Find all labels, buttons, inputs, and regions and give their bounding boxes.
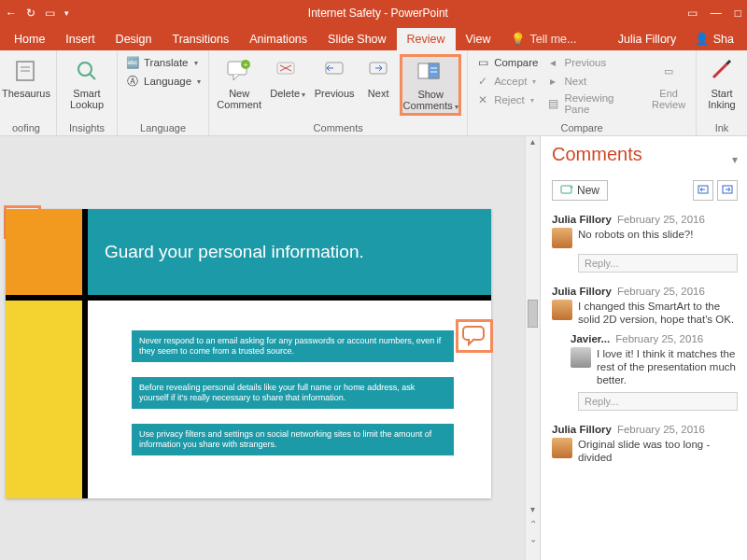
- reject-button[interactable]: ✕Reject: [473, 91, 540, 108]
- ribbon-tabs: Home Insert Design Transitions Animation…: [0, 26, 747, 50]
- accept-button[interactable]: ✓Accept: [473, 73, 540, 90]
- svg-rect-18: [463, 327, 484, 340]
- reply-input[interactable]: Reply...: [578, 254, 738, 273]
- vertical-scrollbar[interactable]: ▴ ▾ ⌃ ⌄: [525, 136, 540, 560]
- comment-thread[interactable]: Julia FilloryFebruary 25, 2016 Original …: [552, 424, 738, 464]
- comment-author: Julia Fillory: [552, 424, 612, 435]
- window-title: Internet Safety - PowerPoint: [69, 7, 687, 20]
- svg-text:+: +: [570, 185, 573, 190]
- group-ink: Ink: [702, 120, 741, 133]
- ribbon-display-icon[interactable]: ▭: [687, 7, 698, 20]
- comment-date: February 25, 2016: [617, 424, 705, 435]
- comment-text: No robots on this slide?!: [578, 228, 738, 248]
- tab-transitions[interactable]: Transitions: [162, 28, 240, 50]
- comment-thread[interactable]: Julia FilloryFebruary 25, 2016 No robots…: [552, 214, 738, 273]
- share-button[interactable]: 👤 Sha: [685, 27, 743, 50]
- next-comment-icon: [363, 56, 393, 86]
- new-comment-button[interactable]: + New Comment: [215, 54, 263, 110]
- slide-title: Guard your personal information.: [88, 209, 491, 295]
- compare-previous-button[interactable]: ◂Previous: [543, 54, 643, 71]
- comments-prev-button[interactable]: [693, 180, 713, 201]
- comment-text: I changed this SmartArt to the solid 2D …: [578, 300, 738, 326]
- thesaurus-button[interactable]: Thesaurus: [2, 54, 50, 99]
- svg-rect-14: [429, 63, 439, 78]
- svg-line-4: [90, 74, 95, 79]
- redo-icon[interactable]: ↻: [26, 7, 35, 20]
- slide-yellow-block: [6, 301, 82, 498]
- comment-author: Julia Fillory: [552, 286, 612, 297]
- slide-editor[interactable]: Guard your personal information. Never r…: [0, 136, 525, 560]
- compare-button[interactable]: ▭Compare: [473, 54, 540, 71]
- new-comment-small-icon: +: [560, 185, 573, 196]
- group-compare: Compare: [473, 120, 690, 133]
- reviewing-pane-icon: ▤: [545, 96, 560, 111]
- delete-comment-button[interactable]: Delete: [267, 54, 308, 101]
- start-inking-button[interactable]: Start Inking: [702, 54, 741, 110]
- tab-review[interactable]: Review: [397, 28, 456, 50]
- comment-author: Julia Fillory: [552, 214, 612, 225]
- next-change-icon: ▸: [545, 74, 560, 89]
- previous-comment-button[interactable]: Previous: [312, 54, 357, 99]
- previous-comment-icon: [319, 56, 349, 86]
- comment-author: Javier...: [571, 333, 610, 344]
- language-icon: Ⓐ: [125, 74, 140, 89]
- comment-thread[interactable]: Julia FilloryFebruary 25, 2016 I changed…: [552, 286, 738, 411]
- slide-bullet-1: Never respond to an email asking for any…: [132, 330, 454, 362]
- accept-icon: ✓: [475, 74, 490, 89]
- reply-input[interactable]: Reply...: [578, 392, 738, 411]
- group-insights: Insights: [63, 120, 111, 133]
- language-button[interactable]: ⒶLanguage: [123, 73, 203, 90]
- thesaurus-icon: [11, 56, 41, 86]
- new-comment-pane-button[interactable]: + New: [552, 180, 608, 201]
- next-slide-icon[interactable]: ⌄: [526, 534, 540, 549]
- prev-change-icon: ◂: [545, 55, 560, 70]
- slide[interactable]: Guard your personal information. Never r…: [6, 209, 491, 498]
- tell-me[interactable]: 💡Tell me...: [500, 27, 586, 50]
- minimize-icon[interactable]: —: [711, 7, 722, 20]
- back-icon[interactable]: ←: [6, 7, 17, 20]
- comment-text: I love it! I think it matches the rest o…: [597, 347, 738, 386]
- smart-lookup-button[interactable]: Smart Lookup: [63, 54, 111, 110]
- group-comments: Comments: [215, 120, 461, 133]
- comment-date: February 25, 2016: [617, 286, 705, 297]
- compare-icon: ▭: [475, 55, 490, 70]
- group-proofing: oofing: [2, 120, 50, 133]
- ribbon: Thesaurus oofing Smart Lookup Insights 🔤…: [0, 50, 747, 136]
- prev-slide-icon[interactable]: ⌃: [526, 519, 540, 534]
- end-review-button[interactable]: ▭ End Review: [647, 54, 690, 110]
- tab-slideshow[interactable]: Slide Show: [317, 28, 397, 50]
- tab-view[interactable]: View: [456, 28, 501, 50]
- end-review-icon: ▭: [654, 56, 684, 86]
- avatar: [571, 347, 591, 368]
- tab-design[interactable]: Design: [106, 28, 162, 50]
- slide-orange-block: [6, 209, 82, 295]
- compare-next-button[interactable]: ▸Next: [543, 73, 643, 90]
- slide-bullet-2: Before revealing personal details like y…: [132, 377, 454, 409]
- scroll-thumb[interactable]: [528, 300, 538, 328]
- signed-in-user[interactable]: Julia Fillory: [609, 28, 686, 50]
- reviewing-pane-button[interactable]: ▤Reviewing Pane: [543, 91, 643, 116]
- group-language: Language: [123, 120, 203, 133]
- translate-button[interactable]: 🔤Translate: [123, 54, 203, 71]
- svg-point-3: [78, 63, 92, 76]
- maximize-icon[interactable]: □: [735, 7, 741, 20]
- next-comment-button[interactable]: Next: [360, 54, 396, 99]
- start-slideshow-icon[interactable]: ▭: [45, 7, 55, 20]
- smart-lookup-icon: [72, 56, 102, 86]
- tab-animations[interactable]: Animations: [239, 28, 317, 50]
- scroll-down-icon[interactable]: ▾: [526, 504, 540, 519]
- tab-home[interactable]: Home: [4, 28, 55, 50]
- ink-icon: [707, 56, 737, 86]
- svg-text:+: +: [244, 61, 248, 69]
- show-comments-button[interactable]: Show Comments: [400, 54, 461, 116]
- scroll-up-icon[interactable]: ▴: [526, 136, 540, 151]
- tab-insert[interactable]: Insert: [55, 28, 105, 50]
- comments-next-button[interactable]: [717, 180, 738, 201]
- comment-marker-inline[interactable]: [456, 319, 493, 353]
- new-comment-icon: +: [224, 56, 254, 86]
- delete-comment-icon: [273, 56, 303, 86]
- comments-pane-menu-icon[interactable]: ▾: [732, 153, 738, 166]
- comment-text: Original slide was too long - divided: [578, 438, 738, 464]
- comments-pane-title: Comments: [552, 144, 642, 165]
- comments-pane: Comments ▾ + New Julia FilloryFebruary 2…: [540, 136, 747, 560]
